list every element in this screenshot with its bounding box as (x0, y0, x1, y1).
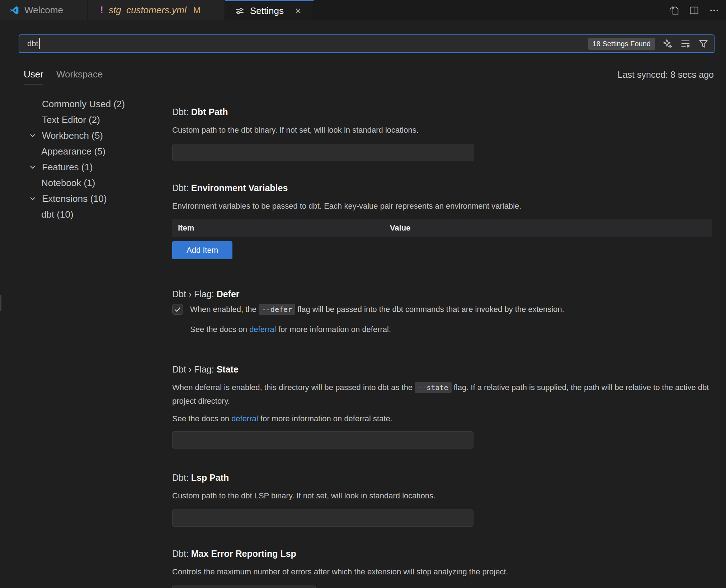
scope-tab-user[interactable]: User (24, 69, 43, 85)
setting-title: Dbt: Max Error Reporting Lsp (172, 549, 715, 559)
toc-label: Notebook (1) (41, 177, 95, 189)
state-path-input[interactable] (172, 431, 473, 449)
add-item-button[interactable]: Add Item (172, 241, 232, 259)
results-count-badge: 18 Settings Found (588, 38, 655, 50)
checkbox-label: When enabled, the --defer flag will be p… (190, 303, 564, 316)
clear-filters-icon[interactable] (680, 38, 691, 49)
toc-label: Workbench (5) (42, 130, 103, 141)
toc-label: Commonly Used (2) (42, 99, 125, 110)
toc-item-commonly-used[interactable]: Commonly Used (2) (22, 96, 146, 112)
ai-search-sparkle-icon[interactable] (662, 38, 673, 49)
setting-title: Dbt: Dbt Path (172, 107, 715, 117)
toc-item-workbench[interactable]: Workbench (5) (22, 128, 146, 143)
toc-label: Extensions (10) (42, 193, 107, 204)
settings-search-input[interactable]: dbt 18 Settings Found (19, 34, 715, 53)
tab-label: Settings (250, 5, 284, 16)
toc-item-extensions[interactable]: Extensions (10) (22, 191, 146, 207)
toc-item-notebook[interactable]: Notebook (1) (22, 175, 146, 191)
column-header-item: Item (172, 223, 390, 233)
column-header-value: Value (390, 223, 712, 233)
setting-description: Custom path to the dbt binary. If not se… (172, 123, 715, 137)
setting-environment-variables: Dbt: Environment Variables Environment v… (172, 183, 715, 259)
deferral-docs-link[interactable]: deferral (231, 414, 258, 423)
setting-dbt-path: Dbt: Dbt Path Custom path to the dbt bin… (172, 107, 715, 161)
toc-label: Text Editor (2) (42, 114, 100, 125)
settings-editor-window: Welcome ! stg_customers.yml M Settings (0, 0, 726, 588)
tab-bar: Welcome ! stg_customers.yml M Settings (0, 0, 726, 20)
deferral-docs-link[interactable]: deferral (249, 325, 276, 334)
code-span: --defer (259, 304, 295, 315)
text-caret (39, 38, 40, 49)
modified-badge: M (193, 5, 201, 15)
settings-toc: Commonly Used (2) Text Editor (2) Workbe… (22, 96, 146, 222)
tab-settings[interactable]: Settings (225, 0, 314, 20)
scrollbar-thumb[interactable] (0, 295, 1, 311)
dbt-path-input[interactable] (172, 144, 473, 161)
lsp-path-input[interactable] (172, 509, 473, 527)
toc-label: Features (1) (42, 162, 93, 173)
docs-line: See the docs on deferral for more inform… (172, 413, 715, 424)
warning-icon: ! (100, 5, 103, 16)
editor-actions (669, 0, 726, 20)
docs-line: See the docs on deferral for more inform… (172, 324, 715, 335)
setting-flag-defer: Dbt › Flag: Defer When enabled, the --de… (172, 289, 715, 335)
table-header-row: Item Value (172, 219, 712, 237)
max-error-input[interactable] (172, 585, 316, 588)
setting-description: Environment variables to be passed to db… (172, 199, 715, 213)
split-editor-icon[interactable] (689, 5, 699, 16)
chevron-down-icon[interactable] (29, 195, 37, 203)
open-changes-icon[interactable] (669, 5, 679, 16)
tab-label: Welcome (24, 5, 63, 16)
toc-label: Appearance (5) (41, 146, 105, 157)
setting-description: When deferral is enabled, this directory… (172, 381, 715, 408)
setting-flag-state: Dbt › Flag: State When deferral is enabl… (172, 364, 715, 449)
code-span: --state (415, 382, 451, 393)
setting-title: Dbt › Flag: Defer (172, 289, 715, 299)
setting-title: Dbt: Environment Variables (172, 183, 715, 193)
setting-lsp-path: Dbt: Lsp Path Custom path to the dbt LSP… (172, 473, 715, 527)
tab-stg-customers[interactable]: ! stg_customers.yml M (88, 0, 225, 20)
toc-splitter[interactable] (146, 91, 146, 588)
settings-sliders-icon (235, 6, 245, 16)
tab-label: stg_customers.yml (109, 5, 187, 16)
toc-item-dbt[interactable]: dbt (10) (22, 207, 146, 222)
env-variables-table: Item Value (172, 219, 712, 237)
toc-label: dbt (10) (41, 209, 74, 220)
toc-item-text-editor[interactable]: Text Editor (2) (22, 112, 146, 128)
defer-checkbox[interactable] (172, 304, 183, 315)
scope-bar: User Workspace Last synced: 8 secs ago (24, 69, 714, 85)
last-synced-label: Last synced: 8 secs ago (618, 69, 714, 80)
setting-description: Custom path to the dbt LSP binary. If no… (172, 489, 715, 502)
setting-max-error-reporting: Dbt: Max Error Reporting Lsp Controls th… (172, 549, 715, 588)
toc-item-appearance[interactable]: Appearance (5) (22, 143, 146, 159)
setting-title: Dbt: Lsp Path (172, 473, 715, 483)
close-icon[interactable] (294, 7, 302, 15)
more-actions-icon[interactable] (709, 5, 720, 16)
setting-description: Controls the maximum number of errors af… (172, 565, 715, 578)
chevron-down-icon[interactable] (29, 132, 37, 139)
tab-welcome[interactable]: Welcome (0, 0, 88, 20)
toc-item-features[interactable]: Features (1) (22, 159, 146, 175)
setting-title: Dbt › Flag: State (172, 364, 715, 374)
chevron-down-icon[interactable] (29, 163, 37, 171)
search-query-text: dbt (27, 39, 38, 48)
vscode-logo-icon (9, 5, 19, 15)
scope-tab-workspace[interactable]: Workspace (56, 69, 103, 85)
filter-icon[interactable] (698, 38, 709, 49)
